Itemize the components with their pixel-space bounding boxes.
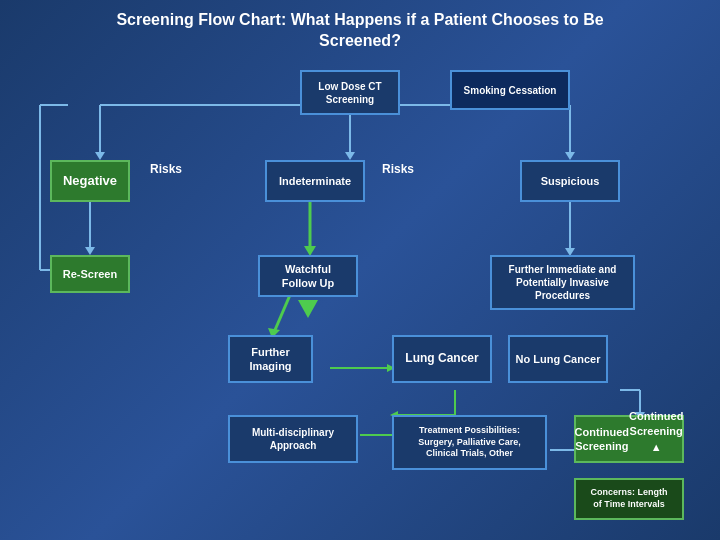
main-container: Screening Flow Chart: What Happens if a … — [0, 0, 720, 540]
suspicious-box: Suspicious — [520, 160, 620, 202]
low-dose-ct-box: Low Dose CT Screening — [300, 70, 400, 115]
continued-screening-box: Continued Screening ContinuedScreening ▲ — [574, 415, 684, 463]
re-screen-box: Re-Screen — [50, 255, 130, 293]
svg-line-12 — [275, 295, 290, 330]
negative-box: Negative — [50, 160, 130, 202]
lung-cancer-box: Lung Cancer — [392, 335, 492, 383]
page-title: Screening Flow Chart: What Happens if a … — [20, 10, 700, 52]
risks-left-label: Risks — [150, 162, 182, 176]
green-arrow-down — [298, 300, 318, 318]
multi-disciplinary-box: Multi-disciplinary Approach — [228, 415, 358, 463]
risks-right-label: Risks — [382, 162, 414, 176]
continued-screening-label: ContinuedScreening ▲ — [629, 409, 683, 468]
no-lung-cancer-box: No Lung Cancer — [508, 335, 608, 383]
further-imaging-box: Further Imaging — [228, 335, 313, 383]
indeterminate-box: Indeterminate — [265, 160, 365, 202]
svg-marker-7 — [345, 152, 355, 160]
further-immediate-box: Further Immediate and Potentially Invasi… — [490, 255, 635, 310]
watchful-follow-up-box: Watchful Follow Up — [258, 255, 358, 297]
concerns-box: Concerns: Length of Time Intervals — [574, 478, 684, 520]
treatment-box: Treatment Possibilities: Surgery, Pallia… — [392, 415, 547, 470]
svg-marker-2 — [95, 152, 105, 160]
smoking-cessation-box: Smoking Cessation — [450, 70, 570, 110]
svg-marker-9 — [85, 247, 95, 255]
svg-marker-5 — [565, 152, 575, 160]
